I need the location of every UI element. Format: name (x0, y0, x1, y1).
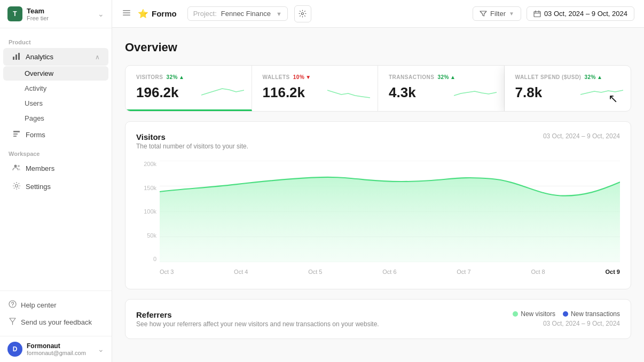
x-label-oct7: Oct 7 (457, 269, 470, 275)
x-label-oct8: Oct 8 (531, 269, 545, 275)
svg-rect-4 (13, 133, 18, 135)
analytics-chevron-icon: ∧ (95, 53, 100, 61)
svg-rect-13 (123, 12, 130, 13)
svg-point-15 (302, 13, 304, 15)
sidebar-item-users[interactable]: Users (3, 96, 108, 111)
legend-dot-visitors (513, 311, 518, 317)
sidebar-item-settings[interactable]: Settings (3, 178, 108, 195)
visitors-badge: 32% ▲ (167, 74, 185, 80)
legend-dot-transactions (563, 311, 568, 317)
wallet-spend-badge: 32% ▲ (584, 74, 602, 80)
content-area: Overview VISITORS 32% ▲ 196.2k (112, 28, 644, 362)
transactions-badge: 32% ▲ (437, 74, 455, 80)
chart-date: 03 Oct, 2024 – 9 Oct, 2024 (543, 132, 620, 140)
transactions-sparkline (454, 85, 497, 103)
project-settings-button[interactable] (294, 5, 311, 22)
project-selector[interactable]: Project: Fennec Finance ▼ (187, 6, 288, 21)
feedback-item[interactable]: Send us your feedback (0, 313, 112, 330)
project-label: Project: (193, 10, 217, 18)
feedback-icon (9, 317, 17, 327)
user-name: Formonaut (27, 342, 93, 350)
team-chevron-icon[interactable]: ⌄ (98, 10, 104, 18)
y-label-0: 0 (153, 256, 156, 262)
filter-label: Filter (490, 10, 506, 18)
sidebar-item-overview[interactable]: Overview (3, 66, 108, 81)
svg-rect-0 (13, 57, 14, 60)
wallets-badge: 10% ▼ (293, 74, 311, 80)
user-chevron-icon: ⌄ (98, 345, 104, 353)
stat-card-wallets: WALLETS 10% ▼ 116.2k (252, 66, 379, 111)
legend-visitors-label: New visitors (521, 310, 555, 318)
referrers-right: New visitors New transactions 03 Oct, 20… (513, 310, 620, 327)
x-label-oct5: Oct 5 (308, 269, 322, 275)
svg-rect-3 (13, 131, 20, 132)
members-icon (12, 163, 21, 174)
y-label-100k: 100k (144, 208, 156, 215)
sidebar-item-analytics[interactable]: Analytics ∧ (3, 48, 108, 66)
wallet-spend-sparkline (580, 85, 623, 103)
user-footer[interactable]: D Formonaut formonaut@gmail.com ⌄ (0, 336, 112, 362)
sidebar: T Team Free tier ⌄ Product Analytics ∧ O… (0, 0, 112, 362)
referrers-header: Referrers See how your referrers affect … (136, 310, 620, 328)
stats-row: VISITORS 32% ▲ 196.2k WALLETS (125, 65, 631, 112)
chart-title-group: Visitors The total number of visitors to… (136, 132, 248, 159)
topbar: ⭐ Formo Project: Fennec Finance ▼ Filter… (112, 0, 644, 28)
team-avatar: T (7, 6, 22, 21)
svg-point-6 (14, 165, 17, 168)
chart-header: Visitors The total number of visitors to… (136, 132, 620, 159)
svg-rect-14 (123, 14, 130, 15)
analytics-icon (12, 52, 21, 62)
svg-point-7 (18, 165, 20, 167)
sidebar-item-pages[interactable]: Pages (3, 111, 108, 125)
main-area: ⭐ Formo Project: Fennec Finance ▼ Filter… (112, 0, 644, 362)
help-label: Help center (21, 301, 56, 309)
activity-label: Activity (25, 84, 46, 92)
logo-text: Formo (152, 9, 177, 18)
stat-card-transactions: TRANSACTIONS 32% ▲ 4.3k (378, 66, 505, 111)
x-label-oct9: Oct 9 (605, 269, 620, 275)
sidebar-footer: Help center Send us your feedback (0, 290, 112, 336)
feedback-label: Send us your feedback (21, 318, 92, 326)
members-label: Members (26, 164, 54, 172)
referrers-section: Referrers See how your referrers affect … (125, 299, 631, 339)
y-label-150k: 150k (144, 185, 156, 191)
svg-point-10 (12, 305, 13, 306)
stat-card-wallet-spend: WALLET SPEND ($USD) 32% ▲ 7.8k ↖ (505, 66, 631, 111)
wallet-spend-label: WALLET SPEND ($USD) 32% ▲ (515, 74, 621, 80)
filter-chevron-icon: ▼ (509, 11, 514, 17)
chart-subtitle: The total number of visitors to your sit… (136, 143, 248, 150)
x-label-oct6: Oct 6 (382, 269, 396, 275)
transactions-label: TRANSACTIONS 32% ▲ (389, 74, 493, 80)
team-selector[interactable]: T Team Free tier (7, 6, 49, 21)
svg-rect-1 (15, 54, 17, 60)
sidebar-header: T Team Free tier ⌄ (0, 0, 112, 28)
logo-icon: ⭐ (138, 9, 148, 19)
team-tier: Free tier (27, 15, 49, 21)
stat-card-visitors: VISITORS 32% ▲ 196.2k (125, 66, 252, 111)
calendar-icon (533, 10, 541, 18)
sidebar-toggle-icon[interactable] (122, 8, 131, 20)
y-label-50k: 50k (147, 232, 156, 239)
visitors-label: VISITORS 32% ▲ (136, 74, 241, 80)
topbar-right: Filter ▼ 03 Oct, 2024 – 9 Oct, 2024 (473, 6, 634, 21)
chart-y-labels: 200k 150k 100k 50k 0 (136, 161, 156, 262)
x-label-oct4: Oct 4 (234, 269, 248, 275)
user-avatar: D (7, 342, 22, 357)
svg-rect-5 (13, 136, 17, 137)
sidebar-item-members[interactable]: Members (3, 160, 108, 177)
analytics-label: Analytics (26, 53, 53, 61)
referrers-date: 03 Oct, 2024 – 9 Oct, 2024 (513, 320, 620, 327)
filter-button[interactable]: Filter ▼ (473, 6, 521, 21)
sidebar-item-activity[interactable]: Activity (3, 81, 108, 96)
settings-icon (12, 182, 21, 192)
visitors-sparkline (201, 83, 244, 101)
sidebar-item-forms[interactable]: Forms (3, 126, 108, 144)
workspace-section-label: Workspace (0, 144, 112, 159)
help-center-item[interactable]: Help center (0, 296, 112, 313)
pages-label: Pages (25, 114, 44, 122)
product-section-label: Product (0, 33, 112, 48)
overview-label: Overview (25, 69, 53, 77)
date-range-selector[interactable]: 03 Oct, 2024 – 9 Oct, 2024 (527, 6, 634, 21)
svg-point-8 (15, 185, 18, 187)
referrers-title: Referrers (136, 310, 379, 319)
